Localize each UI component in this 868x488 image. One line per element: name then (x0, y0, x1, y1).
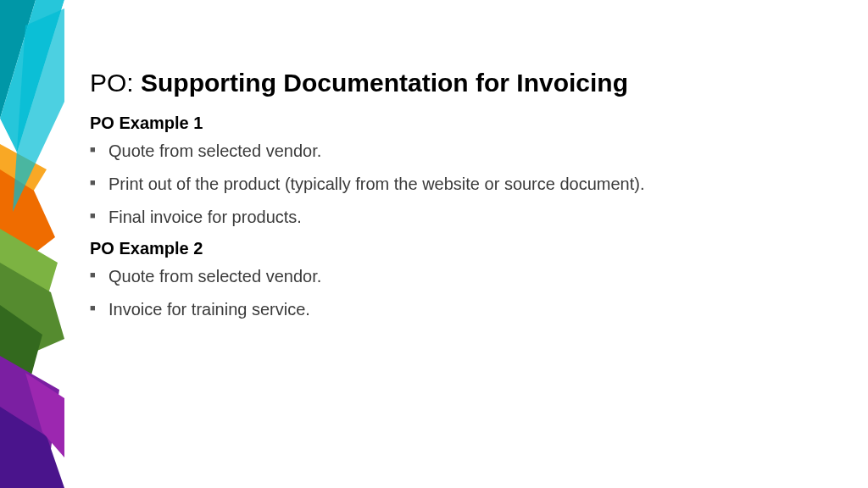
section-1-heading: PO Example 1 (90, 114, 834, 133)
list-item: Print out of the product (typically from… (90, 173, 834, 196)
section-2-list: Quote from selected vendor. Invoice for … (90, 265, 834, 321)
section-1: PO Example 1 Quote from selected vendor.… (90, 114, 834, 229)
decorative-sidebar (0, 0, 64, 488)
title-main: Supporting Documentation for Invoicing (141, 69, 628, 97)
slide-title: PO: Supporting Documentation for Invoici… (90, 68, 834, 98)
geometric-pattern-icon (0, 0, 64, 488)
section-1-list: Quote from selected vendor. Print out of… (90, 140, 834, 229)
slide-content: PO: Supporting Documentation for Invoici… (90, 68, 834, 331)
section-2-heading: PO Example 2 (90, 239, 834, 258)
list-item: Invoice for training service. (90, 298, 834, 321)
title-prefix: PO: (90, 69, 141, 97)
list-item: Quote from selected vendor. (90, 265, 834, 288)
list-item: Quote from selected vendor. (90, 140, 834, 163)
section-2: PO Example 2 Quote from selected vendor.… (90, 239, 834, 321)
list-item: Final invoice for products. (90, 206, 834, 229)
